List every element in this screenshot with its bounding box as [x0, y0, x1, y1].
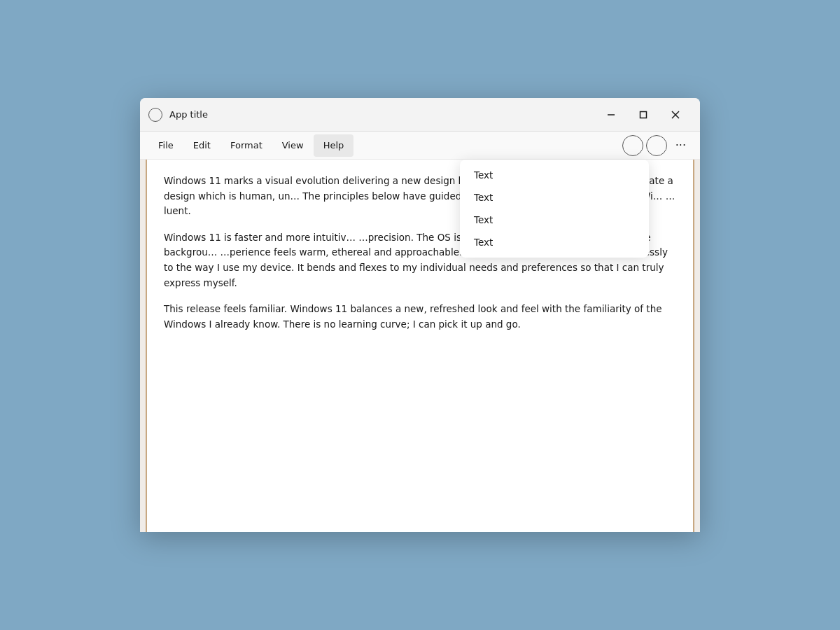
menu-right-actions: ··· — [622, 135, 692, 156]
menu-bar: File Edit Format View Help ··· Text Text… — [140, 132, 700, 160]
action-circle-btn-1[interactable] — [622, 135, 643, 156]
dropdown-item-3[interactable]: Text — [460, 209, 649, 231]
svg-rect-1 — [640, 111, 647, 118]
more-options-button[interactable]: ··· — [670, 135, 692, 156]
menu-items: File Edit Format View Help — [148, 134, 622, 157]
right-margin — [693, 160, 700, 532]
app-window: App title File Edit — [140, 98, 700, 532]
dropdown-item-4[interactable]: Text — [460, 231, 649, 253]
dropdown-item-1[interactable]: Text — [460, 164, 649, 186]
action-circle-btn-2[interactable] — [646, 135, 667, 156]
maximize-button[interactable] — [627, 104, 659, 126]
menu-item-format[interactable]: Format — [220, 134, 272, 157]
menu-item-edit[interactable]: Edit — [183, 134, 220, 157]
app-icon — [148, 108, 162, 122]
left-margin — [140, 160, 147, 532]
window-title: App title — [169, 109, 595, 120]
dropdown-item-2[interactable]: Text — [460, 186, 649, 209]
title-bar: App title — [140, 98, 700, 132]
minimize-button[interactable] — [595, 104, 627, 126]
paragraph-3: This release feels familiar. Windows 11 … — [164, 302, 676, 332]
menu-item-file[interactable]: File — [148, 134, 183, 157]
window-controls — [595, 104, 692, 126]
menu-item-view[interactable]: View — [272, 134, 314, 157]
menu-item-help[interactable]: Help — [314, 134, 354, 157]
help-dropdown: Text Text Text Text — [460, 160, 649, 258]
close-button[interactable] — [659, 104, 692, 126]
